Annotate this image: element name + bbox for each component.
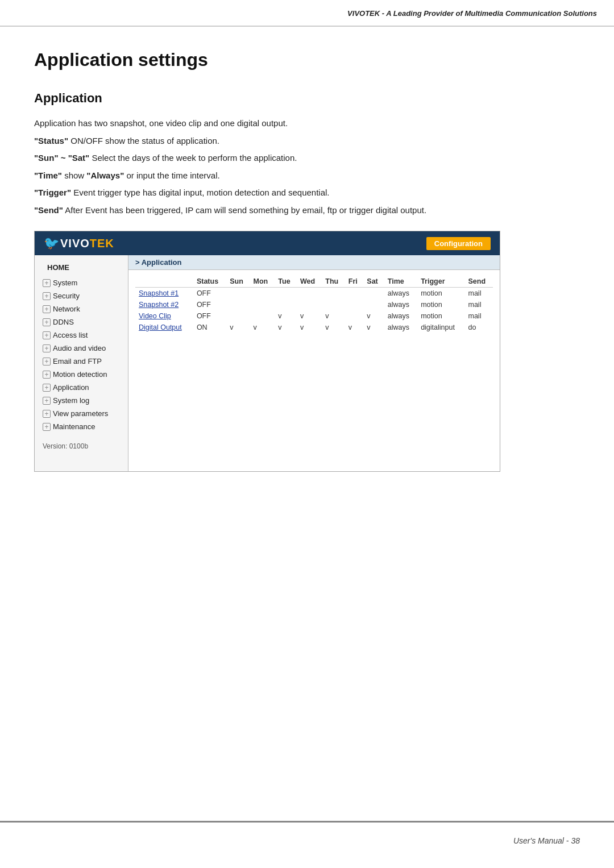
row-wed-digitaloutput: v: [297, 322, 322, 333]
col-fri: Fri: [345, 276, 363, 288]
config-label: Configuration: [426, 237, 491, 250]
tagline: VIVOTEK - A Leading Provider of Multimed…: [347, 9, 597, 18]
row-thu-videoclip: v: [322, 310, 345, 322]
sidebar-item-view-parameters[interactable]: + View parameters: [35, 407, 128, 420]
desc-line-4: "Time" show "Always" or input the time i…: [34, 168, 580, 183]
row-sat-snapshot1: [363, 288, 384, 300]
row-trigger-snapshot1: motion: [417, 288, 464, 300]
plus-icon: +: [43, 384, 51, 392]
sidebar-item-system-log[interactable]: + System log: [35, 394, 128, 407]
row-mon-snapshot2: [250, 299, 275, 310]
plus-icon: +: [43, 331, 51, 339]
sidebar-item-application[interactable]: + Application: [35, 381, 128, 394]
row-mon-digitaloutput: v: [250, 322, 275, 333]
plus-icon: +: [43, 305, 51, 313]
row-status-snapshot2: OFF: [193, 299, 226, 310]
row-thu-snapshot2: [322, 299, 345, 310]
col-wed: Wed: [297, 276, 322, 288]
main-content: Application settings Application Applica…: [0, 27, 614, 512]
row-sat-videoclip: v: [363, 310, 384, 322]
row-name-snapshot1[interactable]: Snapshot #1: [135, 288, 193, 300]
panel-main: > Application Status Sun Mon Tue Wed Th: [128, 255, 500, 471]
sidebar-label-application: Application: [53, 383, 89, 392]
sidebar-label-view-parameters: View parameters: [53, 409, 108, 418]
row-sun-snapshot2: [226, 299, 250, 310]
sidebar-label-motion-detection: Motion detection: [53, 370, 107, 379]
table-row: Digital Output ON v v v v v v v always d: [135, 322, 493, 333]
table-header-row: Status Sun Mon Tue Wed Thu Fri Sat Time …: [135, 276, 493, 288]
page-footer: User's Manual - 38: [513, 836, 580, 845]
row-name-snapshot2[interactable]: Snapshot #2: [135, 299, 193, 310]
sidebar-label-system-log: System log: [53, 396, 89, 405]
row-wed-snapshot1: [297, 288, 322, 300]
table-row: Video Clip OFF v v v v always motion: [135, 310, 493, 322]
row-tue-digitaloutput: v: [275, 322, 297, 333]
row-sat-digitaloutput: v: [363, 322, 384, 333]
sidebar-version: Version: 0100b: [35, 433, 128, 452]
row-send-snapshot1: mail: [464, 288, 493, 300]
description-block: Application has two snapshot, one video …: [34, 116, 580, 217]
col-mon: Mon: [250, 276, 275, 288]
desc-line-5: "Trigger" Event trigger type has digital…: [34, 185, 580, 200]
row-fri-snapshot1: [345, 288, 363, 300]
sidebar-label-security: Security: [53, 292, 80, 300]
row-wed-snapshot2: [297, 299, 322, 310]
row-sat-snapshot2: [363, 299, 384, 310]
table-row: Snapshot #1 OFF always motion: [135, 288, 493, 300]
plus-icon: +: [43, 397, 51, 405]
row-sun-videoclip: [226, 310, 250, 322]
sidebar-label-system: System: [53, 279, 77, 287]
row-status-videoclip: OFF: [193, 310, 226, 322]
sidebar-label-network: Network: [53, 305, 80, 313]
row-name-digitaloutput[interactable]: Digital Output: [135, 322, 193, 333]
footer-label: User's Manual - 38: [513, 836, 580, 845]
col-tue: Tue: [275, 276, 297, 288]
sidebar-label-access-list: Access list: [53, 331, 88, 339]
logo-tek: TEK: [90, 237, 114, 250]
row-sun-digitaloutput: v: [226, 322, 250, 333]
row-tue-videoclip: v: [275, 310, 297, 322]
sidebar-item-access-list[interactable]: + Access list: [35, 329, 128, 342]
row-fri-videoclip: [345, 310, 363, 322]
row-thu-digitaloutput: v: [322, 322, 345, 333]
row-fri-snapshot2: [345, 299, 363, 310]
row-time-videoclip: always: [384, 310, 417, 322]
sidebar-item-maintenance[interactable]: + Maintenance: [35, 420, 128, 433]
sidebar-item-network[interactable]: + Network: [35, 302, 128, 315]
desc-line-2: "Status" ON/OFF show the status of appli…: [34, 134, 580, 148]
row-tue-snapshot2: [275, 299, 297, 310]
sidebar-item-audio-video[interactable]: + Audio and video: [35, 342, 128, 355]
row-trigger-digitaloutput: digitalinput: [417, 322, 464, 333]
col-thu: Thu: [322, 276, 345, 288]
sidebar-item-email-ftp[interactable]: + Email and FTP: [35, 355, 128, 368]
desc-line-1: Application has two snapshot, one video …: [34, 116, 580, 131]
sidebar-item-security[interactable]: + Security: [35, 289, 128, 302]
plus-icon: +: [43, 318, 51, 326]
col-sun: Sun: [226, 276, 250, 288]
plus-icon: +: [43, 410, 51, 418]
row-mon-snapshot1: [250, 288, 275, 300]
sidebar-label-audio-video: Audio and video: [53, 344, 106, 352]
row-tue-snapshot1: [275, 288, 297, 300]
row-wed-videoclip: v: [297, 310, 322, 322]
vivotek-panel: 🐦 VIVOTEK Configuration HOME + System + …: [34, 231, 500, 472]
logo-bird-icon: 🐦: [44, 236, 59, 251]
sidebar-item-ddns[interactable]: + DDNS: [35, 315, 128, 329]
app-table-container: Status Sun Mon Tue Wed Thu Fri Sat Time …: [128, 270, 500, 339]
row-mon-videoclip: [250, 310, 275, 322]
top-bar: VIVOTEK - A Leading Provider of Multimed…: [0, 0, 614, 27]
panel-body: HOME + System + Security + Network + DDN…: [35, 255, 500, 471]
sidebar-label-ddns: DDNS: [53, 318, 74, 326]
sidebar-item-motion-detection[interactable]: + Motion detection: [35, 368, 128, 381]
sidebar-item-system[interactable]: + System: [35, 276, 128, 289]
sidebar-item-home[interactable]: HOME: [35, 261, 128, 274]
logo: 🐦 VIVOTEK: [44, 236, 114, 251]
table-row: Snapshot #2 OFF always motion: [135, 299, 493, 310]
page-title: Application settings: [34, 49, 580, 70]
section-title: Application: [34, 91, 580, 106]
plus-icon: +: [43, 371, 51, 379]
row-trigger-snapshot2: motion: [417, 299, 464, 310]
row-name-videoclip[interactable]: Video Clip: [135, 310, 193, 322]
breadcrumb: > Application: [128, 255, 500, 270]
row-send-snapshot2: mail: [464, 299, 493, 310]
